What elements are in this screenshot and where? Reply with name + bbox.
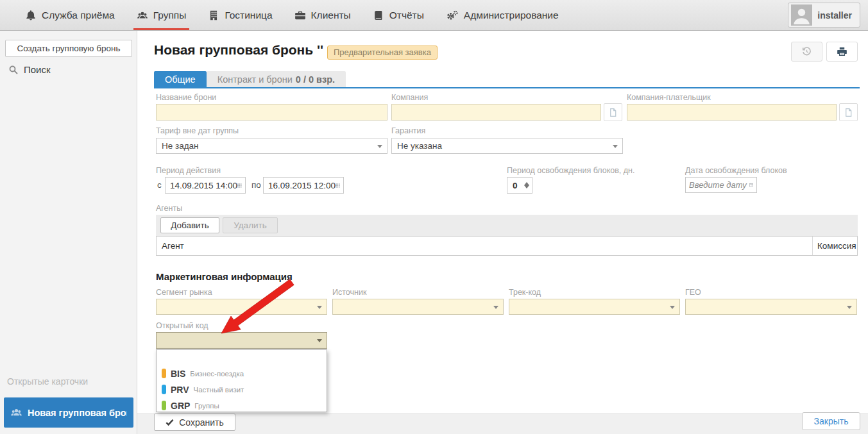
- chevron-down-icon: [613, 145, 618, 151]
- users-icon: [137, 10, 148, 21]
- nav-item-reports[interactable]: Отчёты: [362, 0, 435, 30]
- option-empty[interactable]: [157, 352, 327, 365]
- check-icon: [166, 418, 174, 426]
- print-button[interactable]: [826, 42, 858, 62]
- status-badge: Предварительная заявка: [327, 46, 438, 60]
- top-nav: Служба приёма Группы Гостиница Клиенты О…: [0, 0, 868, 31]
- color-swatch: [162, 385, 166, 394]
- step-up-icon: [524, 179, 529, 185]
- user-menu[interactable]: installer: [788, 3, 860, 28]
- chevron-down-icon: [493, 306, 498, 312]
- page-title: Новая групповая бронь '': [154, 42, 323, 58]
- save-button[interactable]: Сохранить: [154, 413, 235, 431]
- open-card-group-booking[interactable]: Новая групповая брон...: [4, 397, 133, 428]
- option-bis[interactable]: BIS Бизнес-поездка: [157, 365, 327, 381]
- source-label: Источник: [332, 288, 366, 297]
- release-period-stepper[interactable]: 0: [507, 177, 532, 194]
- nav-item-groups[interactable]: Группы: [126, 0, 198, 30]
- nav-item-label: Администрирование: [464, 10, 559, 21]
- period-label: Период действия: [156, 166, 221, 175]
- booking-name-input[interactable]: [156, 104, 387, 121]
- nav-item-label: Гостиница: [225, 10, 272, 21]
- document-icon: [608, 108, 618, 117]
- track-code-select[interactable]: [509, 299, 680, 315]
- user-name: installer: [817, 10, 852, 21]
- tabs-underline: [154, 87, 860, 88]
- calendar-icon: [749, 181, 753, 189]
- nav-item-administration[interactable]: Администрирование: [435, 0, 570, 30]
- agents-toolbar: Добавить Удалить: [156, 215, 858, 236]
- segment-select[interactable]: [156, 299, 327, 315]
- bell-icon: [25, 10, 37, 21]
- book-icon: [373, 10, 384, 21]
- booking-name-label: Название брони: [156, 93, 216, 102]
- nav-item-reception[interactable]: Служба приёма: [14, 0, 126, 30]
- paying-company-input[interactable]: [627, 104, 837, 121]
- source-select[interactable]: [332, 299, 504, 315]
- agents-label: Агенты: [156, 204, 182, 213]
- calendar-grid-icon: [336, 182, 340, 189]
- search-icon: [8, 65, 19, 75]
- chevron-down-icon: [847, 306, 852, 312]
- option-grp[interactable]: GRP Группы: [157, 397, 327, 413]
- chevron-down-icon: [317, 306, 322, 312]
- document-icon: [844, 108, 853, 117]
- tab-bar: Общие Контракт и брони 0 / 0 взр.: [154, 71, 346, 87]
- create-group-booking-button[interactable]: Создать групповую бронь: [5, 40, 132, 57]
- company-input[interactable]: [391, 104, 601, 121]
- column-agent: Агент: [157, 237, 812, 255]
- period-to-label: по: [251, 180, 261, 190]
- history-button[interactable]: [791, 42, 822, 62]
- chevron-down-icon: [317, 339, 322, 345]
- add-agent-button[interactable]: Добавить: [160, 217, 219, 233]
- calendar-grid-icon: [237, 182, 242, 189]
- delete-agent-button[interactable]: Удалить: [223, 217, 278, 233]
- period-from-input[interactable]: 14.09.2015 14:00: [165, 177, 246, 194]
- stepper-arrows[interactable]: [523, 179, 532, 191]
- app-window: Служба приёма Группы Гостиница Клиенты О…: [0, 0, 868, 434]
- track-code-label: Трек-код: [509, 288, 541, 297]
- step-down-icon: [524, 185, 529, 191]
- users-icon: [10, 406, 22, 419]
- building-icon: [208, 10, 219, 21]
- nav-item-clients[interactable]: Клиенты: [284, 0, 362, 30]
- paying-company-lookup-button[interactable]: [839, 103, 858, 121]
- open-code-dropdown: BIS Бизнес-поездка PRV Частный визит GRP…: [156, 349, 327, 412]
- tab-label: Общие: [165, 74, 196, 85]
- briefcase-icon: [294, 10, 306, 21]
- guarantee-label: Гарантия: [391, 126, 425, 135]
- nav-items: Служба приёма Группы Гостиница Клиенты О…: [14, 0, 570, 30]
- tab-contract-bookings[interactable]: Контракт и брони 0 / 0 взр.: [207, 71, 346, 87]
- gears-icon: [446, 10, 459, 21]
- tab-count: 0 / 0 взр.: [296, 74, 335, 85]
- nav-item-label: Отчёты: [389, 10, 424, 21]
- color-swatch: [162, 369, 166, 378]
- tariff-select[interactable]: Не задан: [156, 138, 387, 154]
- search-label: Поиск: [24, 64, 51, 75]
- footer-bar: [137, 413, 868, 434]
- agents-table-header: Агент Комиссия: [156, 236, 858, 256]
- sidebar-item-search[interactable]: Поиск: [8, 64, 51, 75]
- sidebar: Создать групповую бронь Поиск Открытые к…: [0, 31, 137, 434]
- period-to-input[interactable]: 16.09.2015 12:00: [263, 177, 344, 194]
- history-icon: [801, 46, 812, 57]
- geo-select[interactable]: [685, 299, 857, 315]
- tab-general[interactable]: Общие: [154, 71, 207, 87]
- open-code-select[interactable]: [156, 332, 327, 349]
- segment-label: Сегмент рынка: [156, 288, 212, 297]
- company-lookup-button[interactable]: [604, 103, 622, 121]
- open-cards-label: Открытые карточки: [7, 376, 88, 387]
- option-prv[interactable]: PRV Частный визит: [157, 381, 327, 397]
- open-code-label: Открытый код: [156, 321, 208, 330]
- guarantee-select[interactable]: Не указана: [391, 138, 623, 154]
- avatar: [791, 4, 812, 26]
- geo-label: ГЕО: [685, 288, 701, 297]
- nav-item-label: Группы: [153, 10, 187, 21]
- tariff-label: Тариф вне дат группы: [156, 126, 239, 135]
- nav-item-hotel[interactable]: Гостиница: [197, 0, 283, 30]
- open-card-label: Новая групповая брон...: [28, 408, 127, 418]
- release-date-input[interactable]: Введите дату: [685, 177, 757, 193]
- printer-icon: [837, 46, 847, 57]
- close-button[interactable]: Закрыть: [802, 412, 860, 430]
- nav-item-label: Служба приёма: [42, 10, 115, 21]
